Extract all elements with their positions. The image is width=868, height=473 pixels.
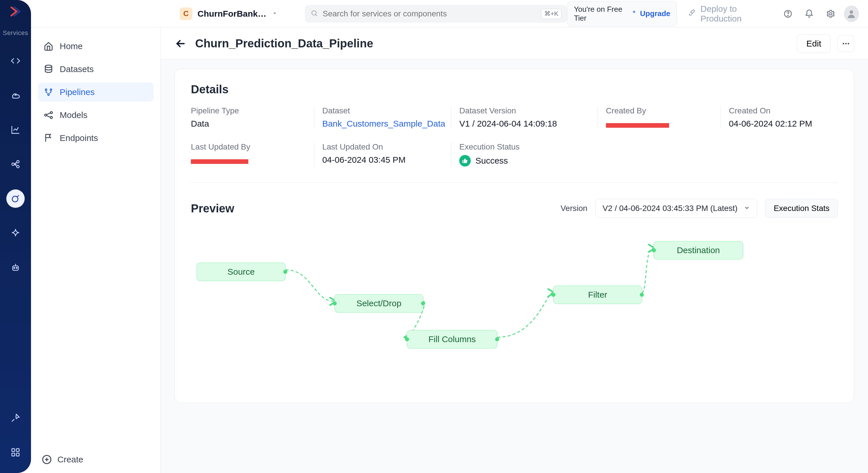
search-input[interactable]: [322, 9, 536, 19]
rail-section-label: Services: [3, 29, 28, 37]
global-search[interactable]: ⌘+K: [305, 5, 567, 23]
svg-point-28: [845, 43, 847, 44]
sidebar-item-home[interactable]: Home: [38, 37, 154, 56]
user-avatar[interactable]: [844, 6, 859, 22]
secondary-sidebar: QuickML Home Datasets Pipelines Models E…: [31, 0, 161, 473]
svg-point-21: [50, 89, 52, 91]
svg-point-23: [45, 114, 47, 116]
node-select-drop[interactable]: Select/Drop: [334, 294, 423, 313]
chevron-down-icon: [272, 10, 278, 18]
svg-point-24: [50, 112, 52, 114]
sidebar-item-label: Datasets: [60, 64, 94, 74]
svg-point-27: [843, 43, 844, 44]
redacted-text: [606, 123, 669, 128]
thumbs-up-icon: [459, 155, 471, 166]
back-button[interactable]: [175, 37, 188, 51]
pipeline-diagram: Source Select/Drop Fill Columns Filter D…: [191, 228, 838, 389]
search-shortcut-badge: ⌘+K: [541, 9, 562, 19]
execution-status-value: Success: [459, 155, 592, 166]
plus-circle-icon: [41, 454, 52, 465]
chevron-down-icon: [744, 204, 750, 213]
more-menu-button[interactable]: [838, 35, 854, 52]
svg-point-0: [12, 163, 14, 166]
node-source[interactable]: Source: [197, 263, 286, 281]
rocket-icon: [688, 8, 696, 19]
svg-point-20: [45, 89, 47, 91]
version-select[interactable]: V2 / 04-06-2024 03:45:33 PM (Latest): [595, 199, 757, 218]
rail-item-apps[interactable]: [6, 443, 25, 462]
icon-rail: Services: [0, 0, 31, 473]
sidebar-item-label: Pipelines: [60, 87, 95, 97]
rail-item-code[interactable]: [6, 52, 25, 70]
rail-item-tools[interactable]: [6, 409, 25, 427]
rail-item-bot[interactable]: [6, 258, 25, 277]
topbar: C ChurnForBank… ⌘+K You're on Free Tier …: [31, 0, 868, 28]
node-fill-columns[interactable]: Fill Columns: [407, 330, 497, 348]
preview-heading: Preview: [191, 202, 234, 215]
main-content: Details Pipeline TypeData DatasetBank_Cu…: [161, 60, 868, 473]
sidebar-item-label: Models: [60, 110, 88, 120]
rail-item-analytics[interactable]: [6, 121, 25, 139]
svg-point-3: [12, 196, 18, 202]
sidebar-item-models[interactable]: Models: [38, 106, 154, 125]
help-icon[interactable]: [782, 8, 794, 20]
svg-point-2: [17, 165, 19, 168]
svg-point-25: [50, 117, 52, 119]
dataset-link[interactable]: Bank_Customers_Sample_Data: [322, 119, 445, 128]
search-icon: [311, 9, 318, 18]
create-button[interactable]: Create: [38, 446, 154, 473]
models-icon: [43, 110, 53, 120]
last-updated-on-value: 04-06-2024 03:45 PM: [322, 155, 445, 165]
rail-item-quickml[interactable]: [6, 189, 25, 208]
svg-rect-11: [17, 453, 19, 456]
sparkle-icon: [631, 9, 637, 18]
project-name: ChurnForBank…: [197, 9, 267, 19]
details-heading: Details: [191, 83, 838, 96]
svg-point-7: [17, 267, 17, 269]
created-on-value: 04-06-2024 02:12 PM: [729, 119, 838, 129]
sidebar-item-pipelines[interactable]: Pipelines: [38, 83, 154, 102]
last-updated-by-value: [191, 155, 308, 165]
created-by-value: [606, 119, 715, 129]
database-icon: [43, 64, 53, 74]
rail-item-spark[interactable]: [6, 224, 25, 242]
sidebar-item-datasets[interactable]: Datasets: [38, 60, 154, 78]
page-title: Churn_Prediction_Data_Pipeline: [195, 37, 373, 50]
node-filter[interactable]: Filter: [553, 286, 642, 304]
svg-rect-9: [17, 449, 19, 451]
svg-rect-8: [12, 449, 14, 451]
sidebar-item-label: Endpoints: [60, 133, 98, 143]
sidebar-item-endpoints[interactable]: Endpoints: [38, 129, 154, 148]
tier-banner[interactable]: You're on Free Tier Upgrade: [567, 1, 677, 26]
gear-icon[interactable]: [825, 8, 836, 20]
page-header: Churn_Prediction_Data_Pipeline Edit: [161, 28, 868, 60]
execution-stats-button[interactable]: Execution Stats: [765, 199, 838, 218]
deploy-to-production[interactable]: Deploy to Production: [688, 4, 772, 24]
details-card: Details Pipeline TypeData DatasetBank_Cu…: [175, 69, 854, 403]
svg-point-4: [19, 195, 19, 196]
redacted-text: [191, 159, 248, 164]
app-logo: [9, 5, 22, 18]
upgrade-link[interactable]: Upgrade: [640, 9, 670, 18]
pipeline-type-value: Data: [191, 119, 308, 129]
rail-item-connect[interactable]: [6, 155, 25, 174]
project-selector[interactable]: C ChurnForBank…: [176, 5, 282, 23]
rail-item-cloud[interactable]: [6, 86, 25, 104]
svg-point-16: [849, 10, 853, 14]
sidebar-item-label: Home: [60, 41, 83, 51]
edit-button[interactable]: Edit: [797, 34, 831, 53]
version-label: Version: [561, 204, 587, 213]
svg-point-19: [45, 65, 52, 68]
svg-point-14: [787, 15, 788, 16]
pipeline-icon: [43, 87, 53, 97]
node-destination[interactable]: Destination: [654, 241, 743, 259]
svg-point-22: [48, 94, 50, 96]
home-icon: [43, 41, 53, 51]
dataset-version-value: V1 / 2024-06-04 14:09:18: [459, 119, 592, 129]
svg-point-29: [848, 43, 849, 44]
tier-text: You're on Free Tier: [574, 5, 627, 23]
bell-icon[interactable]: [804, 8, 815, 20]
svg-point-6: [14, 267, 14, 269]
svg-point-12: [312, 11, 316, 15]
project-avatar: C: [180, 7, 192, 20]
